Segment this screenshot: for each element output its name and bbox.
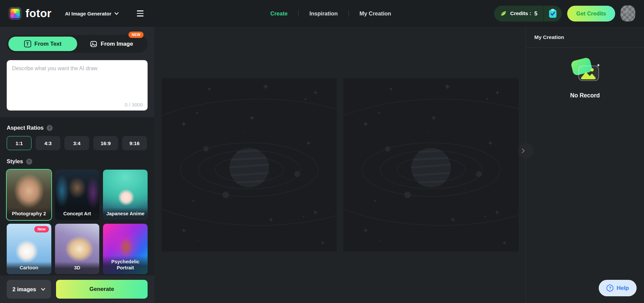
sidebar-footer: 2 images Generate [0, 275, 154, 303]
ratio-9-16[interactable]: 9:16 [122, 136, 147, 150]
canvas-area [154, 27, 526, 303]
leaf-icon [500, 10, 507, 17]
ai-image-generator-app: fotor AI Image Generator Create Inspirat… [0, 0, 644, 303]
aspect-ratio-options: 1:1 4:3 3:4 16:9 9:16 [7, 136, 148, 150]
help-button[interactable]: ? Help [599, 280, 637, 296]
check-in-clipboard-icon [548, 8, 557, 18]
style-card-photography-2[interactable]: Photography 2 [7, 170, 51, 220]
nav-item-my-creation[interactable]: My Creation [360, 10, 391, 17]
styles-grid: Photography 2 Concept Art Japanese Anime… [7, 170, 148, 274]
divider [348, 10, 349, 17]
planet-illustration [162, 78, 337, 252]
generate-button[interactable]: Generate [56, 280, 148, 299]
daily-check-in-button[interactable] [544, 6, 562, 21]
image-icon [90, 40, 97, 48]
tab-from-image-label: From Image [101, 41, 133, 47]
style-label: Psychedelic Portrait [103, 256, 148, 274]
ratio-4-3[interactable]: 4:3 [36, 136, 60, 150]
sidebar-top-section: T From Text From Image NEW 0 / 3000 [0, 27, 154, 117]
tool-selector-label: AI Image Generator [65, 11, 111, 16]
style-card-cartoon[interactable]: New Cartoon [7, 224, 51, 274]
credits-label: Credits : [510, 10, 531, 16]
style-label: Photography 2 [7, 208, 51, 220]
top-nav: fotor AI Image Generator Create Inspirat… [0, 0, 644, 27]
user-avatar[interactable] [621, 5, 635, 21]
sidebar-settings-section: Aspect Ratios ? 1:1 4:3 3:4 16:9 9:16 St… [0, 117, 154, 274]
new-badge: New [34, 226, 49, 232]
style-label: Cartoon [7, 262, 51, 274]
ratio-3-4[interactable]: 3:4 [64, 136, 89, 150]
my-creation-header: My Creation [526, 27, 644, 48]
nav-menu: Create Inspiration My Creation [270, 0, 391, 27]
collapse-panel-handle[interactable] [518, 143, 534, 159]
aspect-ratios-title: Aspect Ratios [7, 125, 44, 131]
fotor-logo[interactable]: fotor [9, 7, 52, 20]
help-circle-icon: ? [606, 285, 613, 292]
nav-item-inspiration[interactable]: Inspiration [309, 10, 337, 17]
fotor-logo-text: fotor [25, 7, 52, 20]
chevron-right-icon [521, 148, 526, 154]
help-circle-icon[interactable]: ? [47, 125, 53, 131]
result-placeholder-panel [343, 78, 519, 252]
credits-pill[interactable]: Credits : 5 [494, 6, 562, 21]
text-icon: T [24, 40, 31, 47]
style-card-psychedelic-portrait[interactable]: Psychedelic Portrait [103, 224, 148, 274]
get-credits-button[interactable]: Get Credits [567, 6, 615, 21]
char-counter: 0 / 3000 [125, 102, 143, 107]
ratio-1-1[interactable]: 1:1 [7, 136, 32, 150]
source-tabs: T From Text From Image NEW [7, 35, 148, 53]
credits-value: 5 [534, 10, 537, 17]
tab-from-image[interactable]: From Image [77, 37, 146, 51]
chevron-down-icon [41, 288, 45, 291]
planet-illustration [343, 78, 519, 252]
fotor-logo-icon [9, 7, 21, 20]
tab-from-text[interactable]: T From Text [8, 37, 77, 51]
help-label: Help [616, 285, 629, 292]
chevron-down-icon [114, 12, 119, 15]
new-badge: NEW [128, 32, 144, 38]
nav-right: Credits : 5 Get Credits [494, 5, 635, 21]
prompt-box: 0 / 3000 [7, 60, 148, 111]
menu-icon[interactable] [135, 8, 146, 18]
nav-item-create[interactable]: Create [270, 10, 287, 17]
ratio-16-9[interactable]: 16:9 [93, 136, 118, 150]
style-label: Japanese Anime [103, 208, 148, 220]
image-count-value: 2 images [12, 286, 36, 293]
style-label: 3D [55, 262, 100, 274]
result-placeholder-panel [162, 78, 337, 252]
generator-sidebar: T From Text From Image NEW 0 / 3000 [0, 27, 154, 303]
no-record-text: No Record [570, 92, 600, 99]
prompt-input[interactable] [7, 60, 148, 100]
style-card-concept-art[interactable]: Concept Art [55, 170, 100, 220]
no-record-icon [568, 56, 602, 86]
my-creation-panel: My Creation No Record ? [526, 27, 644, 303]
image-count-select[interactable]: 2 images [7, 280, 51, 299]
tool-selector[interactable]: AI Image Generator [65, 11, 119, 16]
empty-state: No Record [526, 56, 644, 99]
tab-from-text-label: From Text [35, 41, 62, 47]
help-circle-icon[interactable]: ? [26, 159, 32, 165]
divider [298, 10, 299, 17]
style-card-3d[interactable]: 3D [55, 224, 100, 274]
style-label: Concept Art [55, 208, 100, 220]
style-card-japanese-anime[interactable]: Japanese Anime [103, 170, 148, 220]
styles-title: Styles [7, 158, 23, 165]
